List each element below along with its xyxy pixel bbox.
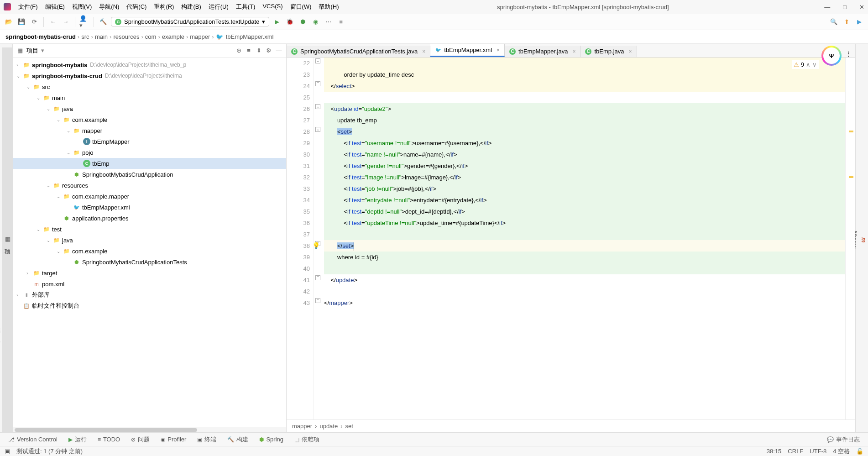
file-encoding[interactable]: UTF-8 <box>810 448 826 455</box>
ai-assistant-badge[interactable]: Ψ <box>821 46 842 66</box>
tabs-more-icon[interactable]: ⋮ <box>842 50 855 57</box>
expand-all-icon[interactable]: ≡ <box>245 47 252 54</box>
attach-button[interactable]: ⋯ <box>323 17 333 27</box>
tree-item[interactable]: ⌄📁test <box>13 224 286 235</box>
menu-build[interactable]: 构建(B) <box>178 2 204 12</box>
tree-item[interactable]: ⌄📁com.example <box>13 114 286 125</box>
updates-icon[interactable]: ⬆ <box>842 17 852 27</box>
stop-button[interactable]: ■ <box>336 17 346 27</box>
project-tool-button[interactable]: ▦ 项目 <box>2 47 12 432</box>
menu-vcs[interactable]: VCS(S) <box>260 2 285 12</box>
fold-gutter[interactable]: ⌄⌃⌄⌄⌃⌃⌃ <box>314 58 322 419</box>
search-icon[interactable]: 🔍 <box>829 17 839 27</box>
menu-tools[interactable]: 工具(T) <box>233 2 258 12</box>
tree-item[interactable]: ⌄📁mapper <box>13 125 286 136</box>
breadcrumb-item[interactable]: resources <box>113 33 139 40</box>
hide-icon[interactable]: — <box>275 47 282 54</box>
editor-tab[interactable]: CtbEmp.java× <box>580 46 637 57</box>
ai-icon[interactable]: ▶ <box>854 17 864 27</box>
settings-icon[interactable]: ⚙ <box>265 47 272 54</box>
debug-button[interactable]: 🐞 <box>285 17 295 27</box>
tool-window-toggle[interactable]: ▣ <box>5 448 10 455</box>
project-view-icon[interactable]: ▦ <box>16 47 24 54</box>
breadcrumb-item[interactable]: main <box>95 33 108 40</box>
editor-bc-item[interactable]: mapper <box>292 423 312 430</box>
tree-item[interactable]: ›📁springboot-mybatisD:\devleop\ideaProje… <box>13 59 286 70</box>
tree-item[interactable]: ⌄📁java <box>13 235 286 246</box>
menu-edit[interactable]: 编辑(E) <box>42 2 68 12</box>
minimize-button[interactable]: — <box>824 4 830 10</box>
menu-window[interactable]: 窗口(W) <box>288 2 314 12</box>
open-icon[interactable]: 📂 <box>4 17 14 27</box>
tree-item[interactable]: 🐦tbEmpMapper.xml <box>13 202 286 213</box>
horizontal-scrollbar[interactable] <box>13 427 286 432</box>
editor-tab[interactable]: CtbEmpMapper.java× <box>505 46 580 57</box>
tree-item[interactable]: CtbEmp <box>13 158 286 169</box>
vcs-tab[interactable]: ⎇Version Control <box>4 435 62 444</box>
breadcrumb-item[interactable]: src <box>81 33 89 40</box>
maximize-button[interactable]: □ <box>843 4 847 10</box>
tree-item[interactable]: ItbEmpMapper <box>13 136 286 147</box>
warning-icon[interactable]: ⚠ <box>794 61 799 68</box>
tree-item[interactable]: 📋临时文件和控制台 <box>13 300 286 311</box>
tree-item[interactable]: ⬢SpringbootMybatisCrudApplicationTests <box>13 257 286 267</box>
avatar-icon[interactable]: 👤▾ <box>79 17 89 27</box>
menu-refactor[interactable]: 重构(R) <box>151 2 177 12</box>
tree-item[interactable]: ⌄📁main <box>13 92 286 103</box>
tree-item[interactable]: ⌄📁src <box>13 81 286 92</box>
terminal-tab[interactable]: ▣终端 <box>193 434 221 445</box>
indent-info[interactable]: 4 空格 <box>833 447 850 456</box>
problems-tab[interactable]: ⊘问题 <box>126 434 154 445</box>
collapse-all-icon[interactable]: ⇕ <box>255 47 262 54</box>
editor-tab[interactable]: 🐦tbEmpMapper.xml× <box>430 44 505 57</box>
tree-item[interactable]: ⬢application.properties <box>13 213 286 224</box>
error-stripe[interactable] <box>845 58 855 419</box>
editor-bc-item[interactable]: update <box>319 423 338 430</box>
forward-icon[interactable]: → <box>61 17 71 27</box>
run-tab[interactable]: ▶运行 <box>64 434 91 445</box>
tree-item[interactable]: ⬢SpringbootMybatisCrudApplication <box>13 169 286 180</box>
menu-file[interactable]: 文件(F) <box>16 2 41 12</box>
tree-item[interactable]: ›📁target <box>13 267 286 278</box>
tree-item[interactable]: ⌄📁springboot-mybatis-crudD:\devleop\idea… <box>13 70 286 81</box>
breadcrumb-item[interactable]: example <box>162 33 184 40</box>
tree-item[interactable]: ⌄📁java <box>13 103 286 114</box>
run-button[interactable]: ▶ <box>272 17 282 27</box>
inspect-down-icon[interactable]: ∨ <box>812 61 817 68</box>
maven-tool-button[interactable]: m <box>859 47 868 432</box>
cursor-position[interactable]: 38:15 <box>767 448 782 455</box>
tree-item[interactable]: ⌄📁resources <box>13 180 286 191</box>
menu-help[interactable]: 帮助(H) <box>316 2 341 12</box>
line-gutter[interactable]: 2223242526🐦27282930313233343536373839404… <box>287 58 314 419</box>
menu-code[interactable]: 代码(C) <box>124 2 149 12</box>
profiler-tab[interactable]: ◉Profiler <box>156 435 191 444</box>
menu-view[interactable]: 视图(V) <box>69 2 94 12</box>
editor-tab[interactable]: CSpringbootMybatisCrudApplicationTests.j… <box>287 46 430 57</box>
breadcrumb-item[interactable]: mapper <box>190 33 210 40</box>
menu-run[interactable]: 运行(U) <box>206 2 231 12</box>
line-separator[interactable]: CRLF <box>788 448 803 455</box>
project-tree[interactable]: ›📁springboot-mybatisD:\devleop\ideaProje… <box>13 58 286 427</box>
tree-item[interactable]: mpom.xml <box>13 278 286 289</box>
readonly-toggle[interactable]: 🔓 <box>856 448 863 455</box>
deps-tab[interactable]: ⬚依赖项 <box>290 434 324 445</box>
profile-button[interactable]: ◉ <box>310 17 320 27</box>
save-icon[interactable]: 💾 <box>16 17 26 27</box>
tree-item[interactable]: ⌄📁com.example.mapper <box>13 191 286 202</box>
breadcrumb-item[interactable]: springboot-mybatis-crud <box>5 33 76 40</box>
build-icon[interactable]: 🔨 <box>98 17 108 27</box>
tree-item[interactable]: ⌄📁com.example <box>13 246 286 257</box>
close-button[interactable]: ✕ <box>859 4 864 10</box>
todo-tab[interactable]: ≡TODO <box>93 435 125 444</box>
breadcrumb-item[interactable]: tbEmpMapper.xml <box>226 33 274 40</box>
coverage-button[interactable]: ⬢ <box>298 17 308 27</box>
run-config-selector[interactable]: C SpringbootMybatisCrudApplicationTests.… <box>111 17 269 26</box>
tree-item[interactable]: ⌄📁pojo <box>13 147 286 158</box>
spring-tab[interactable]: ⬢Spring <box>255 435 288 444</box>
tree-item[interactable]: ›⫴外部库 <box>13 289 286 300</box>
select-opened-icon[interactable]: ⊕ <box>235 47 242 54</box>
inspect-up-icon[interactable]: ∧ <box>806 61 810 68</box>
sync-icon[interactable]: ⟳ <box>29 17 39 27</box>
menu-navigate[interactable]: 导航(N) <box>96 2 122 12</box>
dropdown-icon[interactable]: ▾ <box>41 47 44 54</box>
